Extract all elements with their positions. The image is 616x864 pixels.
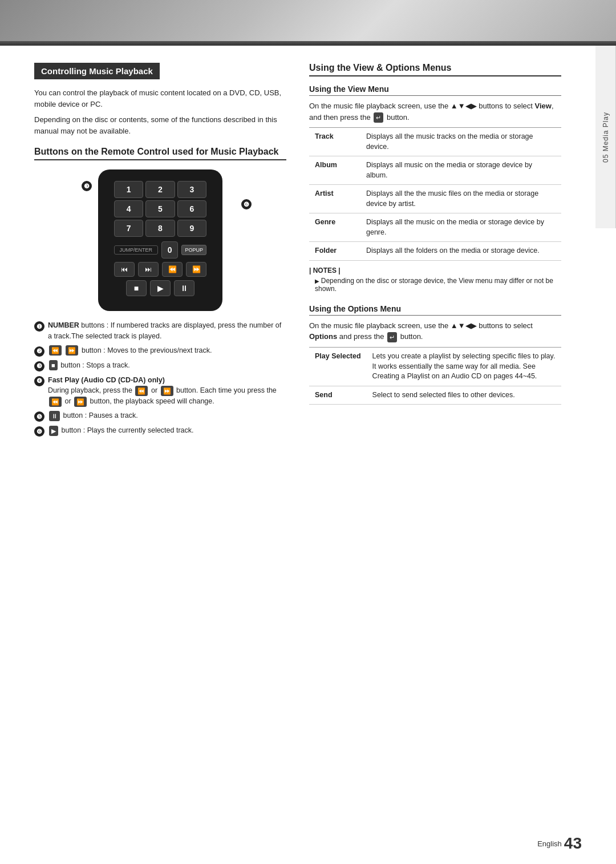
- desc-num-4: ❹: [34, 376, 44, 386]
- number-grid: 1 2 3 4 5 6 7 8 9: [114, 181, 206, 237]
- sidebar-label-text: 05 Media Play: [602, 111, 610, 162]
- marker-6: ❻: [240, 198, 253, 211]
- view-table-row: GenreDisplays all the music on the media…: [309, 213, 561, 242]
- buttons-heading: Buttons on the Remote Control used for M…: [34, 147, 286, 160]
- view-desc: Displays all the music on the media or s…: [360, 213, 561, 242]
- remote-diagram: ❶ ❷ ❸ ❹ ❺ ❻: [80, 169, 240, 311]
- zero-row: JUMP/ENTER 0 POPUP: [114, 241, 206, 259]
- marker-3: ❸: [80, 180, 93, 192]
- desc-row-4: ❹ Fast Play (Audio CD (CD-DA) only) Duri…: [34, 375, 286, 407]
- fast-play-label: Fast Play (Audio CD (CD-DA) only): [48, 375, 286, 386]
- notes-list: Depending on the disc or storage device,…: [309, 277, 561, 293]
- page-header: [0, 0, 616, 46]
- fwd-icon-inline: ⏩: [66, 345, 78, 356]
- desc-num-1: ❶: [34, 321, 44, 332]
- fwd-btn: ⏩: [186, 262, 206, 277]
- options-menu-intro: On the music file playback screen, use t…: [309, 320, 561, 342]
- key-4: 4: [114, 200, 143, 217]
- footer-page: 43: [564, 834, 582, 853]
- view-table-row: FolderDisplays all the folders on the me…: [309, 242, 561, 261]
- key-6: 6: [177, 200, 206, 217]
- key-7: 7: [114, 220, 143, 237]
- options-label: Send: [309, 386, 367, 405]
- notes-item-1: Depending on the disc or storage device,…: [315, 277, 561, 293]
- key-popup: POPUP: [181, 245, 206, 255]
- desc-row-5: ❺ ⏸ button : Pauses a track.: [34, 410, 286, 422]
- options-menu-subheading: Using the Options Menu: [309, 304, 561, 316]
- desc-num-3: ❸: [34, 361, 44, 372]
- options-label: Play Selected: [309, 348, 367, 386]
- right-column: Using the View & Options Menus Using the…: [309, 63, 561, 440]
- fwd-icon-3: ⏩: [74, 397, 87, 407]
- play-btn: ▶: [150, 280, 171, 296]
- main-content: Controlling Music Playback You can contr…: [0, 46, 595, 457]
- rew-btn: ⏪: [162, 262, 183, 277]
- stop-icon-inline: ■: [49, 360, 58, 371]
- key-1: 1: [114, 181, 143, 198]
- desc-label-1: NUMBER: [48, 321, 79, 329]
- notes-title: | NOTES |: [309, 267, 561, 274]
- remote-diagram-section: ❶ ❷ ❸ ❹ ❺ ❻: [34, 169, 286, 311]
- options-menu-table: Play SelectedLets you create a playlist …: [309, 347, 561, 405]
- view-label: Track: [309, 128, 360, 156]
- fwd-icon-2: ⏩: [161, 386, 173, 397]
- left-column: Controlling Music Playback You can contr…: [34, 63, 286, 440]
- view-label: Artist: [309, 185, 360, 213]
- view-menu-subheading: Using the View Menu: [309, 84, 561, 96]
- key-9: 9: [177, 220, 206, 237]
- key-5: 5: [145, 200, 175, 217]
- view-table-row: AlbumDisplays all music on the media or …: [309, 156, 561, 185]
- options-table-row: SendSelect to send selected files to oth…: [309, 386, 561, 405]
- desc-row-6: ❻ ▶ button : Plays the currently selecte…: [34, 425, 286, 437]
- intro-p1: You can control the playback of music co…: [34, 87, 286, 110]
- play-icon-inline: ▶: [49, 426, 58, 437]
- left-section-heading: Controlling Music Playback: [34, 63, 160, 79]
- view-desc: Displays all music on the media or stora…: [360, 156, 561, 185]
- footer-lang: English: [537, 839, 562, 848]
- desc-num-5: ❺: [34, 411, 44, 422]
- sidebar-chapter-label: 05 Media Play: [595, 46, 616, 228]
- view-menu-intro: On the music file playback screen, use t…: [309, 100, 561, 123]
- key-2: 2: [145, 181, 175, 198]
- transport-row: ⏮ ⏭ ⏪ ⏩: [114, 262, 206, 277]
- prev-btn: ⏮: [114, 262, 135, 277]
- two-column-layout: Controlling Music Playback You can contr…: [34, 63, 561, 440]
- desc-row-2: ❷ ⏪ ⏩ button : Moves to the previous/nex…: [34, 345, 286, 357]
- key-8: 8: [145, 220, 175, 237]
- options-desc: Lets you create a playlist by selecting …: [367, 348, 561, 386]
- view-label: Genre: [309, 213, 360, 242]
- options-table-row: Play SelectedLets you create a playlist …: [309, 348, 561, 386]
- playback-row: ■ ▶ ⏸: [114, 280, 206, 296]
- rew-icon-inline: ⏪: [49, 345, 62, 356]
- key-0: 0: [161, 241, 179, 259]
- view-desc: Displays all the the music files on the …: [360, 185, 561, 213]
- options-desc: Select to send selected files to other d…: [367, 386, 561, 405]
- descriptions-list: ❶ NUMBER buttons : If numbered tracks ar…: [34, 320, 286, 437]
- desc-row-3: ❸ ■ button : Stops a track.: [34, 360, 286, 372]
- view-table-row: ArtistDisplays all the the music files o…: [309, 185, 561, 213]
- page-footer: English 43: [34, 834, 582, 853]
- next-btn: ⏭: [138, 262, 159, 277]
- view-menu-table: TrackDisplays all the music tracks on th…: [309, 127, 561, 261]
- desc-num-2: ❷: [34, 346, 44, 357]
- enter-icon-options: ↵: [387, 332, 397, 343]
- rew-icon-2: ⏪: [135, 386, 148, 397]
- view-label: Album: [309, 156, 360, 185]
- view-desc: Displays all the folders on the media or…: [360, 242, 561, 261]
- key-3: 3: [177, 181, 206, 198]
- pause-icon-inline: ⏸: [49, 411, 60, 422]
- pause-btn: ⏸: [174, 280, 194, 296]
- desc-num-6: ❻: [34, 426, 44, 437]
- enter-icon-view: ↵: [374, 112, 383, 123]
- notes-box: | NOTES | Depending on the disc or stora…: [309, 267, 561, 293]
- stop-btn: ■: [126, 280, 147, 296]
- rew-icon-3: ⏪: [49, 397, 62, 407]
- view-desc: Displays all the music tracks on the med…: [360, 128, 561, 156]
- view-table-row: TrackDisplays all the music tracks on th…: [309, 128, 561, 156]
- remote-body: 1 2 3 4 5 6 7 8 9: [98, 169, 222, 311]
- intro-p2: Depending on the disc or contents, some …: [34, 114, 286, 136]
- right-section-heading: Using the View & Options Menus: [309, 63, 561, 76]
- view-label: Folder: [309, 242, 360, 261]
- desc-row-1: ❶ NUMBER buttons : If numbered tracks ar…: [34, 320, 286, 342]
